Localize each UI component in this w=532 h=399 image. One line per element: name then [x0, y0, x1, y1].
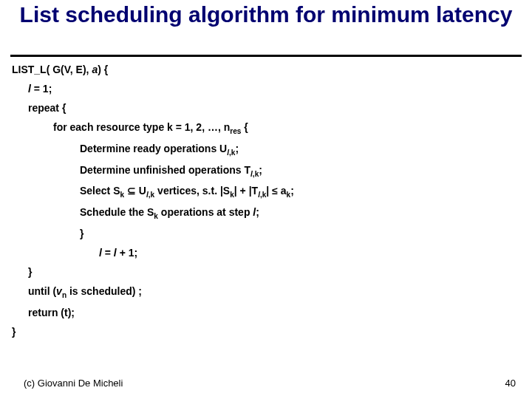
txt: | ≤ a: [266, 185, 286, 197]
txt: {: [241, 121, 248, 133]
code-line-0: LIST_L( G(V, E), a) {: [12, 64, 520, 75]
txt: vertices, s.t. |S: [154, 185, 230, 197]
txt: for each resource type k = 1, 2, …, n: [53, 121, 230, 133]
code-line-3: for each resource type k = 1, 2, …, nres…: [53, 121, 520, 135]
txt: ,k: [253, 169, 259, 177]
txt: until (: [28, 285, 56, 297]
txt: + 1;: [117, 247, 137, 259]
code-line-10: }: [28, 266, 520, 278]
code-line-4: Determine ready operations Ul,k;: [80, 143, 520, 157]
code-line-13: }: [12, 326, 520, 338]
txt: operations at step: [158, 206, 253, 218]
code-line-9: l = l + 1;: [99, 247, 520, 259]
algorithm-body: LIST_L( G(V, E), a) { l = 1; repeat { fo…: [12, 64, 520, 345]
txt: LIST_L( G(V, E),: [12, 64, 92, 75]
title-underline: [10, 55, 522, 57]
sub: l,k: [258, 191, 266, 199]
txt: =: [102, 247, 114, 259]
txt: ;: [256, 206, 259, 218]
sub: l,k: [227, 149, 235, 157]
txt: = 1;: [31, 83, 52, 95]
slide-title: List scheduling algorithm for minimum la…: [0, 0, 532, 27]
txt: Select S: [80, 185, 120, 197]
txt: ) {: [98, 64, 108, 75]
sub: res: [230, 127, 241, 135]
code-line-8: }: [80, 228, 520, 239]
txt: is scheduled) ;: [66, 285, 142, 297]
code-line-11: until (vn is scheduled) ;: [28, 285, 520, 299]
code-line-1: l = 1;: [28, 83, 520, 95]
code-line-12: return (t);: [28, 307, 520, 318]
txt: Determine unfinished operations T: [80, 164, 250, 176]
txt: ;: [259, 164, 262, 176]
footer-copyright: (c) Giovanni De Micheli: [24, 378, 123, 389]
code-line-6: Select Sk ⊆ Ul,k vertices, s.t. |Sk| + |…: [80, 185, 520, 199]
txt: Schedule the S: [80, 206, 154, 218]
var-v: v: [56, 285, 62, 297]
txt: ;: [235, 143, 239, 154]
sub: l,k: [250, 169, 259, 177]
code-line-7: Schedule the Sk operations at step l;: [80, 206, 520, 220]
sub: l,k: [146, 191, 154, 199]
txt: ;: [290, 185, 294, 197]
slide-number: 40: [505, 378, 516, 389]
slide: List scheduling algorithm for minimum la…: [0, 0, 532, 399]
txt: ⊆ U: [124, 185, 146, 197]
txt: ,k: [149, 191, 154, 199]
code-line-5: Determine unfinished operations Tl,k;: [80, 164, 520, 178]
code-line-2: repeat {: [28, 102, 520, 114]
txt: Determine ready operations U: [80, 143, 227, 154]
txt: | + |T: [234, 185, 258, 197]
